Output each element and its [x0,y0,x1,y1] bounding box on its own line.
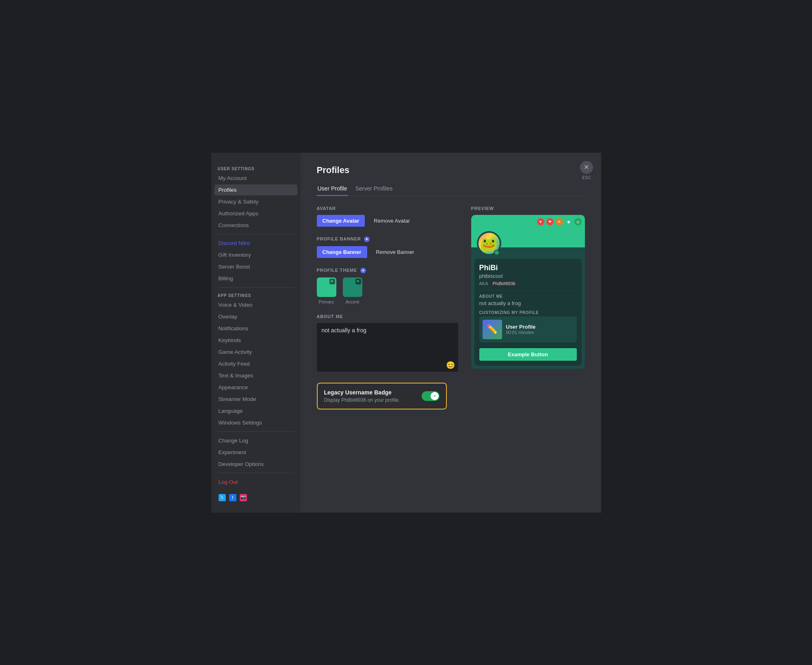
badge-2: ❤ [546,218,554,225]
accent-color-swatch[interactable]: ✏ [343,277,362,297]
activity-thumbnail: ✏️ [483,320,502,339]
sidebar-item-streamer-mode[interactable]: Streamer Mode [214,394,297,405]
sidebar-item-language[interactable]: Language [214,405,297,416]
about-me-label: ABOUT ME [317,314,458,319]
banner-section-label: PROFILE BANNER ✦ [317,236,458,242]
sidebar-divider-4 [218,473,294,473]
profile-divider-1 [479,290,577,291]
legacy-badge-description: Display PhiBi#8936 on your profile. [324,397,400,403]
accent-pencil-icon: ✏ [355,279,361,284]
social-links: 𝕏 f 📷 [214,491,297,505]
profile-activity-card: ✏️ User Profile 00:01 minutes [479,316,577,342]
legacy-badge-toggle[interactable] [422,391,440,401]
remove-banner-button[interactable]: Remove Banner [370,246,420,258]
primary-color-swatch[interactable]: ✏ [317,277,336,297]
primary-label: Primary [319,299,334,304]
sidebar-item-logout[interactable]: Log Out [214,477,297,487]
aka-tag: PhiBi#8936 [491,281,518,286]
sidebar-section-app: APP SETTINGS [214,291,297,299]
sidebar-item-text-images[interactable]: Text & Images [214,370,297,381]
profile-name: PhiBi [479,264,577,272]
about-me-wrapper: 😊 [317,323,458,373]
theme-nitro-icon: ✦ [360,268,366,273]
profile-aka: AKA PhiBi#8936 [479,281,577,286]
change-avatar-button[interactable]: Change Avatar [317,215,365,227]
sidebar-divider-2 [218,287,294,288]
sidebar-divider-3 [218,431,294,432]
profile-card-badges: ♥ ❤ ✕ ◉ ◎ [537,218,582,225]
sidebar-item-gift-inventory[interactable]: Gift Inventory [214,249,297,260]
profile-right-column: PREVIEW 🐸 ♥ ❤ ✕ ◉ [471,206,585,409]
remove-avatar-button[interactable]: Remove Avatar [368,215,416,227]
sidebar-divider-1 [218,234,294,234]
sidebar-item-discord-nitro[interactable]: Discord Nitro [214,238,297,249]
sidebar-item-appearance[interactable]: Appearance [214,382,297,393]
sidebar: USER SETTINGS My Account Profiles Privac… [211,153,301,513]
profile-username: phibiscool [479,273,577,279]
tab-server-profiles[interactable]: Server Profiles [355,182,394,196]
badge-4: ◉ [565,218,572,225]
preview-label: PREVIEW [471,206,585,211]
instagram-icon[interactable]: 📷 [240,494,247,501]
sidebar-item-voice-video[interactable]: Voice & Video [214,299,297,310]
sidebar-item-developer-options[interactable]: Developer Options [214,459,297,470]
sidebar-item-windows-settings[interactable]: Windows Settings [214,417,297,428]
primary-swatch-wrapper: ✏ Primary [317,277,336,304]
main-content: ✕ ESC Profiles User Profile Server Profi… [301,153,601,513]
close-button[interactable]: ✕ [580,161,593,174]
sidebar-item-overlay[interactable]: Overlay [214,311,297,322]
badge-5: ◎ [574,218,582,225]
legacy-badge-text: Legacy Username Badge Display PhiBi#8936… [324,389,400,403]
tabs-bar: User Profile Server Profiles [317,182,585,196]
avatar-section-label: AVATAR [317,206,458,211]
banner-btn-group: Change Banner Remove Banner [317,246,458,258]
badge-1: ♥ [537,218,544,225]
sidebar-item-change-log[interactable]: Change Log [214,435,297,446]
sidebar-item-authorized-apps[interactable]: Authorized Apps [214,208,297,219]
activity-title: User Profile [506,324,574,330]
profile-card-banner: 🐸 ♥ ❤ ✕ ◉ ◎ [471,215,585,247]
online-status-dot [494,250,500,256]
facebook-icon[interactable]: f [229,494,236,501]
about-me-textarea[interactable] [317,323,458,372]
sidebar-item-activity-feed[interactable]: Activity Feed [214,358,297,369]
sidebar-item-profiles[interactable]: Profiles [214,184,297,195]
legacy-badge-title: Legacy Username Badge [324,389,400,396]
sidebar-item-server-boost[interactable]: Server Boost [214,261,297,272]
toggle-knob [431,392,439,400]
sidebar-item-keybinds[interactable]: Keybinds [214,335,297,346]
aka-label: AKA [479,281,488,286]
accent-swatch-wrapper: ✏ Accent [343,277,362,304]
sidebar-item-my-account[interactable]: My Account [214,173,297,184]
badge-3: ✕ [556,218,563,225]
theme-section-label: PROFILE THEME ✦ [317,268,458,273]
profile-columns: AVATAR Change Avatar Remove Avatar PROFI… [317,206,585,409]
sidebar-item-connections[interactable]: Connections [214,220,297,231]
accent-label: Accent [346,299,359,304]
sidebar-item-privacy-safety[interactable]: Privacy & Safety [214,196,297,207]
change-banner-button[interactable]: Change Banner [317,246,367,258]
emoji-picker-button[interactable]: 😊 [446,361,455,370]
esc-label: ESC [582,175,591,180]
activity-info: User Profile 00:01 minutes [506,324,574,335]
sidebar-item-notifications[interactable]: Notifications [214,323,297,334]
sidebar-item-experiment[interactable]: Experiment [214,447,297,458]
profile-card-body: PhiBi phibiscool AKA PhiBi#8936 ABOUT ME… [474,259,582,366]
customizing-section-title: CUSTOMIZING MY PROFILE [479,310,577,315]
twitter-icon[interactable]: 𝕏 [219,494,226,501]
nitro-icon: ✦ [364,236,370,242]
profile-left-column: AVATAR Change Avatar Remove Avatar PROFI… [317,206,458,409]
sidebar-section-user: USER SETTINGS [214,164,297,173]
legacy-badge-card: Legacy Username Badge Display PhiBi#8936… [317,383,447,409]
profile-card: 🐸 ♥ ❤ ✕ ◉ ◎ PhiBi [471,215,585,369]
about-me-section-title: ABOUT ME [479,294,577,299]
primary-pencil-icon: ✏ [329,279,335,284]
profile-about-text: not actually a frog [479,300,577,306]
tab-user-profile[interactable]: User Profile [317,182,348,196]
sidebar-item-game-activity[interactable]: Game Activity [214,347,297,357]
example-button[interactable]: Example Button [479,348,577,361]
sidebar-item-billing[interactable]: Billing [214,273,297,284]
activity-time: 00:01 minutes [506,330,574,335]
avatar-btn-group: Change Avatar Remove Avatar [317,215,458,227]
theme-swatches: ✏ Primary ✏ Accent [317,277,458,304]
